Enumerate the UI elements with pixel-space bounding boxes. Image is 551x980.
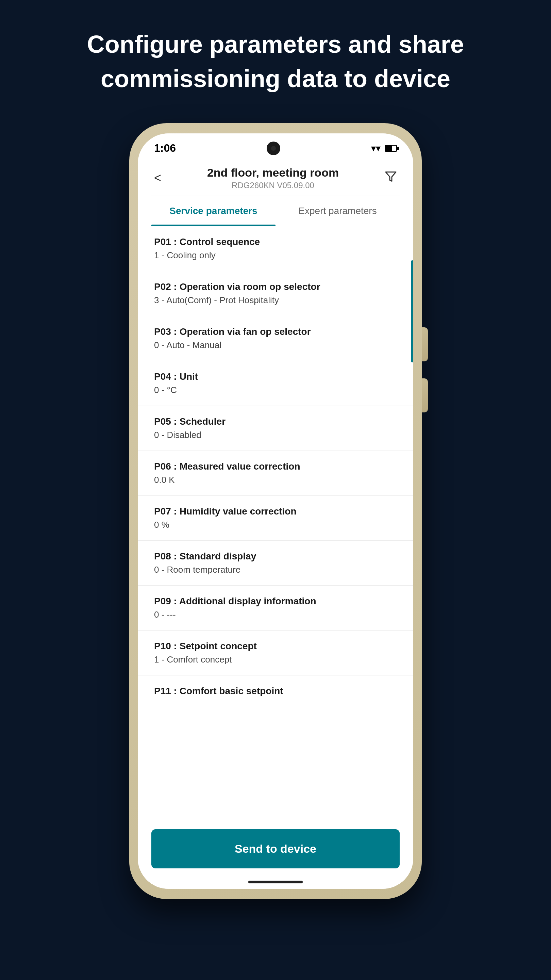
list-item[interactable]: P11 : Comfort basic setpoint — [138, 675, 413, 710]
list-item[interactable]: P02 : Operation via room op selector 3 -… — [138, 271, 413, 316]
wifi-icon: ▾▾ — [371, 143, 381, 154]
tab-expert-parameters[interactable]: Expert parameters — [275, 196, 400, 226]
header-row: < 2nd floor, meeting room RDG260KN V05.0… — [151, 166, 400, 196]
list-item[interactable]: P03 : Operation via fan op selector 0 - … — [138, 316, 413, 361]
status-icons: ▾▾ — [371, 143, 397, 154]
battery-icon — [385, 145, 397, 152]
list-item[interactable]: P01 : Control sequence 1 - Cooling only — [138, 226, 413, 271]
tab-service-parameters[interactable]: Service parameters — [151, 196, 275, 226]
send-btn-area: Send to device — [138, 821, 413, 875]
list-item[interactable]: P04 : Unit 0 - °C — [138, 361, 413, 406]
list-item[interactable]: P09 : Additional display information 0 -… — [138, 585, 413, 630]
list-item[interactable]: P06 : Measured value correction 0.0 K — [138, 451, 413, 496]
content-area: P01 : Control sequence 1 - Cooling only … — [138, 226, 413, 821]
status-time: 1:06 — [154, 142, 176, 154]
device-subtitle: RDG260KN V05.09.00 — [164, 181, 382, 190]
phone-outer: 1:06 ▾▾ < 2nd floor, meeting room RDG260… — [129, 123, 422, 899]
app-header: < 2nd floor, meeting room RDG260KN V05.0… — [138, 159, 413, 226]
home-bar — [248, 881, 303, 883]
header-title-group: 2nd floor, meeting room RDG260KN V05.09.… — [164, 166, 382, 190]
home-indicator — [138, 875, 413, 889]
hero-text: Configure parameters and share commissio… — [60, 27, 491, 96]
phone-screen: 1:06 ▾▾ < 2nd floor, meeting room RDG260… — [138, 134, 413, 889]
phone-wrapper: 1:06 ▾▾ < 2nd floor, meeting room RDG260… — [129, 123, 422, 906]
filter-button[interactable] — [382, 168, 400, 188]
scroll-indicator — [411, 260, 413, 363]
list-item[interactable]: P08 : Standard display 0 - Room temperat… — [138, 541, 413, 585]
list-item[interactable]: P05 : Scheduler 0 - Disabled — [138, 406, 413, 451]
tab-bar: Service parameters Expert parameters — [151, 196, 400, 226]
back-button[interactable]: < — [151, 168, 164, 188]
param-list: P01 : Control sequence 1 - Cooling only … — [138, 226, 413, 710]
svg-marker-0 — [386, 172, 396, 181]
camera-icon — [267, 142, 280, 155]
page-title: 2nd floor, meeting room — [164, 166, 382, 179]
status-bar: 1:06 ▾▾ — [138, 134, 413, 159]
send-to-device-button[interactable]: Send to device — [151, 829, 400, 869]
list-item[interactable]: P07 : Humidity value correction 0 % — [138, 496, 413, 541]
list-item[interactable]: P10 : Setpoint concept 1 - Comfort conce… — [138, 630, 413, 675]
